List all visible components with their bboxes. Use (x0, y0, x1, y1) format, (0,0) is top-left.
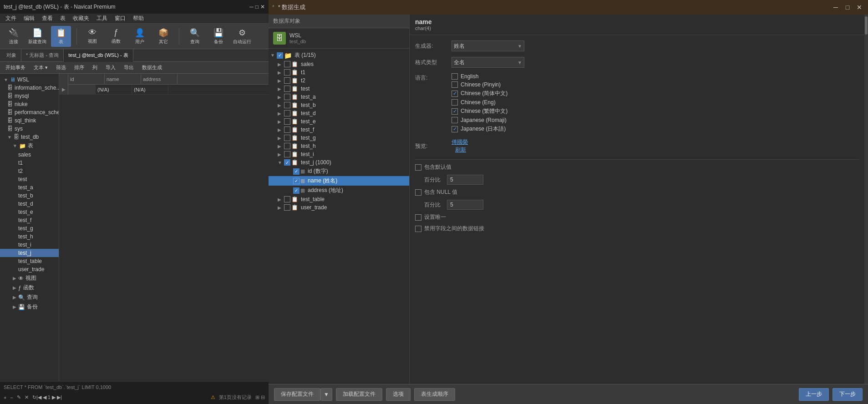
format-select-wrapper[interactable]: 全名 ▼ (452, 57, 524, 68)
status-cancel-btn[interactable]: ✕ (25, 394, 29, 400)
toolbar-view[interactable]: 👁 视图 (82, 26, 102, 47)
col-header-id[interactable]: id (68, 74, 105, 85)
lang-japanese-checkbox[interactable] (452, 126, 458, 132)
sidebar-mysql[interactable]: 🗄 mysql (0, 92, 59, 100)
sidebar-test-a[interactable]: test_a (0, 183, 59, 192)
t2-checkbox[interactable] (284, 77, 290, 84)
toolbar-backup[interactable]: 💾 备份 (208, 26, 228, 47)
menu-table[interactable]: 表 (56, 15, 69, 22)
col-header-address[interactable]: address (141, 74, 178, 85)
menu-tools[interactable]: 工具 (93, 15, 111, 22)
subtab-data-gen[interactable]: 数据生成 (138, 63, 166, 72)
user-trade-checkbox[interactable] (284, 204, 290, 211)
test-d-checkbox[interactable] (284, 110, 290, 116)
tree-test-table[interactable]: ▶ 📋 test_table (269, 195, 409, 203)
menu-window[interactable]: 窗口 (111, 15, 129, 22)
sidebar-user-trade[interactable]: user_trade (0, 265, 59, 273)
status-edit-btn[interactable]: ✎ (17, 394, 21, 400)
include-null-percent-input[interactable] (447, 200, 483, 210)
sidebar-test-j[interactable]: test_j (0, 249, 59, 257)
save-config-dropdown-btn[interactable]: ▼ (320, 388, 332, 401)
navicat-close[interactable]: ✕ (260, 4, 265, 10)
sidebar-test-db[interactable]: ▼ 🗄 test_db (0, 133, 59, 141)
subtab-filter[interactable]: 筛选 (52, 63, 70, 72)
tree-t2[interactable]: ▶ 📋 t2 (269, 76, 409, 85)
set-unique-checkbox[interactable] (415, 214, 421, 221)
lang-simplified[interactable]: Chinese (简体中文) (452, 90, 508, 97)
test-e-checkbox[interactable] (284, 118, 290, 125)
sidebar-queries-group[interactable]: ▶ 🔍 查询 (0, 293, 59, 302)
include-default-checkbox[interactable] (415, 164, 421, 171)
sidebar-test-d[interactable]: test_d (0, 200, 59, 208)
lang-romaji[interactable]: Japanese (Romaji) (452, 117, 508, 123)
lang-chinese-eng-checkbox[interactable] (452, 99, 458, 106)
sidebar-sql-think[interactable]: 🗄 sql_think (0, 116, 59, 125)
load-config-btn[interactable]: 加载配置文件 (336, 388, 382, 401)
tree-test-f[interactable]: ▶ 📋 test_f (269, 126, 409, 134)
subtab-text[interactable]: 文本 ▾ (30, 63, 51, 72)
subtab-sort[interactable]: 排序 (71, 63, 88, 72)
test-a-checkbox[interactable] (284, 94, 290, 100)
table-order-btn[interactable]: 表生成顺序 (414, 388, 455, 401)
tree-tables-group[interactable]: ▼ ✓ 📁 表 (1/15) (269, 50, 409, 60)
toolbar-other[interactable]: 📦 其它 (153, 26, 173, 47)
test-i-checkbox[interactable] (284, 151, 290, 157)
tree-test-i[interactable]: ▶ 📋 test_i (269, 150, 409, 158)
sidebar-niuke[interactable]: 🗄 niuke (0, 100, 59, 108)
row-arrow[interactable]: ▶ (62, 87, 66, 92)
generator-select[interactable]: 姓名 (454, 43, 516, 49)
tab-objects[interactable]: 对象 (2, 49, 21, 62)
tree-test-j[interactable]: ▼ ✓ 📋 test_j (1000) (269, 158, 409, 167)
subtab-export[interactable]: 导出 (120, 63, 137, 72)
lang-pinyin-checkbox[interactable] (452, 81, 458, 88)
sales-checkbox[interactable] (284, 61, 290, 67)
menu-help[interactable]: 帮助 (129, 15, 147, 22)
test-f-checkbox[interactable] (284, 126, 290, 133)
tree-test-e[interactable]: ▶ 📋 test_e (269, 117, 409, 126)
sidebar-test-b[interactable]: test_b (0, 192, 59, 200)
refresh-link[interactable]: 刷新 (455, 146, 466, 153)
sidebar-performance-schema[interactable]: 🗄 performance_sche... (0, 108, 59, 116)
sidebar-test-i[interactable]: test_i (0, 241, 59, 249)
test-table-checkbox[interactable] (284, 196, 290, 202)
lang-traditional-checkbox[interactable] (452, 108, 458, 115)
tab-untitled-query[interactable]: * 无标题 - 查询 (21, 49, 64, 62)
options-btn[interactable]: 选项 (386, 388, 411, 401)
test-g-checkbox[interactable] (284, 135, 290, 141)
generator-select-wrapper[interactable]: 姓名 ▼ (452, 40, 524, 51)
tree-test-g[interactable]: ▶ 📋 test_g (269, 134, 409, 142)
toolbar-query[interactable]: 🔍 查询 (185, 26, 205, 47)
prev-btn[interactable]: 上一步 (799, 388, 829, 401)
field-address-checkbox[interactable]: ✓ (293, 187, 299, 194)
menu-edit[interactable]: 编辑 (20, 15, 38, 22)
next-btn[interactable]: 下一步 (832, 388, 863, 401)
t1-checkbox[interactable] (284, 69, 290, 76)
status-refresh-btn[interactable]: ↻ (32, 394, 36, 400)
lang-simplified-checkbox[interactable] (452, 91, 458, 97)
tree-test[interactable]: ▶ 📋 test (269, 85, 409, 93)
tree-sales[interactable]: ▶ 📋 sales (269, 60, 409, 68)
tree-test-a[interactable]: ▶ 📋 test_a (269, 93, 409, 101)
navicat-minimize[interactable]: ─ (249, 4, 254, 10)
sidebar-t1[interactable]: t1 (0, 159, 59, 167)
disable-fk-checkbox[interactable] (415, 226, 421, 232)
lang-pinyin[interactable]: Chinese (Pinyin) (452, 81, 508, 88)
menu-view[interactable]: 查看 (38, 15, 56, 22)
tree-t1[interactable]: ▶ 📋 t1 (269, 68, 409, 76)
sidebar-test[interactable]: test (0, 175, 59, 183)
test-b-checkbox[interactable] (284, 102, 290, 108)
sidebar-test-table[interactable]: test_table (0, 257, 59, 265)
tree-field-id[interactable]: ✓ ▦ id (数字) (269, 167, 409, 176)
status-del-btn[interactable]: − (10, 395, 13, 400)
vscrollbar-thumb[interactable] (865, 16, 868, 35)
tree-test-d[interactable]: ▶ 📋 test_d (269, 109, 409, 117)
test-j-checkbox[interactable]: ✓ (284, 159, 290, 166)
toolbar-user[interactable]: 👤 用户 (130, 26, 150, 47)
dialog-maximize-btn[interactable]: □ (843, 2, 853, 12)
include-default-percent-input[interactable] (447, 175, 483, 185)
format-select[interactable]: 全名 (454, 59, 516, 66)
dialog-close-btn[interactable]: ✕ (854, 2, 864, 12)
sidebar-test-h[interactable]: test_h (0, 232, 59, 241)
status-page-btns[interactable]: |◀ ◀ 1 ▶ ▶| (36, 394, 62, 400)
sidebar-wsl[interactable]: ▼ 🖥 WSL (0, 76, 59, 84)
